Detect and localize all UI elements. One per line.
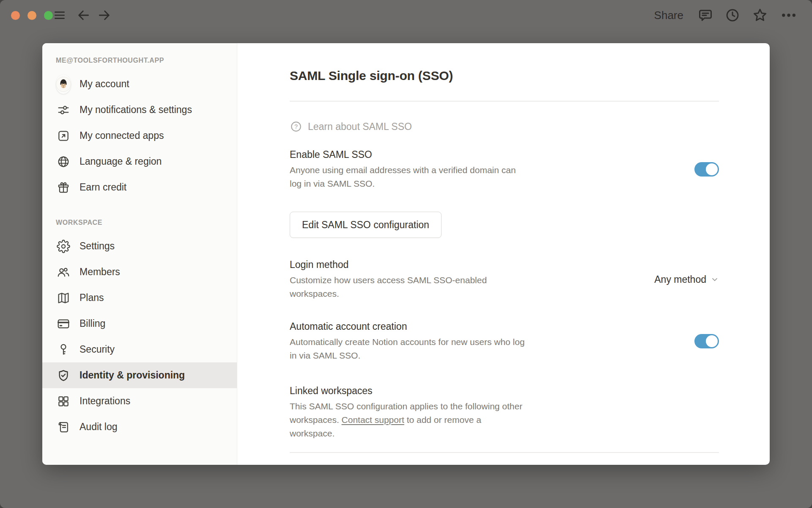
- sidebar-item-integrations[interactable]: Integrations: [42, 388, 237, 414]
- gift-icon: [56, 180, 71, 195]
- sidebar-item-security[interactable]: Security: [42, 337, 237, 362]
- account-section-header: ME@TOOLSFORTHOUGHT.APP: [42, 57, 237, 64]
- sidebar-item-settings[interactable]: Settings: [42, 233, 237, 259]
- sidebar-item-notifications[interactable]: My notifications & settings: [42, 97, 237, 123]
- toggle-knob: [706, 163, 718, 175]
- enable-saml-title: Enable SAML SSO: [290, 148, 527, 161]
- sidebar-item-label: My account: [80, 78, 129, 90]
- automatic-account-creation-section: Automatic account creation Automatically…: [290, 320, 719, 362]
- enable-saml-description: Anyone using email addresses with a veri…: [290, 163, 527, 190]
- favorite-star-icon[interactable]: [752, 7, 768, 23]
- arrow-out-box-icon: [56, 128, 71, 144]
- sidebar-item-label: My notifications & settings: [80, 104, 192, 116]
- divider: [290, 101, 719, 102]
- login-method-title: Login method: [290, 258, 501, 271]
- login-method-dropdown[interactable]: Any method: [654, 274, 719, 285]
- back-arrow-icon[interactable]: [77, 8, 91, 22]
- sidebar-item-label: Settings: [80, 240, 115, 252]
- share-button[interactable]: Share: [652, 8, 686, 22]
- sidebar-item-audit-log[interactable]: Audit log: [42, 414, 237, 440]
- sidebar-item-label: My connected apps: [80, 130, 164, 141]
- sidebar-item-billing[interactable]: Billing: [42, 311, 237, 337]
- sidebar-item-members[interactable]: Members: [42, 259, 237, 285]
- zoom-window-button[interactable]: [44, 11, 53, 20]
- question-circle-icon: ?: [290, 120, 302, 133]
- linked-workspaces-description: This SAML SSO configuration applies to t…: [290, 400, 527, 440]
- credit-card-icon: [56, 316, 71, 331]
- gear-icon: [56, 239, 71, 254]
- members-icon: [56, 265, 71, 280]
- forward-arrow-icon[interactable]: [97, 8, 111, 22]
- sidebar-item-label: Plans: [80, 292, 104, 304]
- hamburger-menu-icon[interactable]: [53, 8, 66, 22]
- sidebar-item-label: Billing: [80, 318, 105, 329]
- avatar: [56, 77, 71, 92]
- enable-saml-section: Enable SAML SSO Anyone using email addre…: [290, 148, 719, 190]
- learn-about-saml-link[interactable]: ? Learn about SAML SSO: [290, 120, 719, 133]
- sidebar-item-identity-provisioning[interactable]: Identity & provisioning: [42, 362, 237, 388]
- window-titlebar: Share: [0, 0, 812, 30]
- learn-link-label: Learn about SAML SSO: [308, 121, 412, 133]
- sidebar-item-label: Language & region: [80, 156, 162, 167]
- sidebar-item-plans[interactable]: Plans: [42, 285, 237, 311]
- sidebar-item-label: Security: [80, 344, 115, 355]
- sliders-icon: [56, 102, 71, 118]
- auto-account-title: Automatic account creation: [290, 320, 527, 333]
- auto-account-toggle[interactable]: [694, 334, 719, 348]
- auto-account-description: Automatically create Notion accounts for…: [290, 335, 527, 362]
- login-method-value: Any method: [654, 274, 706, 285]
- key-icon: [56, 342, 71, 357]
- globe-icon: [56, 154, 71, 169]
- edit-saml-configuration-button[interactable]: Edit SAML SSO configuration: [290, 212, 442, 238]
- sidebar-item-label: Integrations: [80, 395, 130, 407]
- svg-text:?: ?: [294, 123, 298, 130]
- chevron-down-icon: [710, 275, 719, 284]
- sidebar-item-earn-credit[interactable]: Earn credit: [42, 174, 237, 200]
- linked-workspaces-section: Linked workspaces This SAML SSO configur…: [290, 384, 719, 440]
- sidebar-item-language-region[interactable]: Language & region: [42, 149, 237, 174]
- sidebar-item-label: Earn credit: [80, 182, 126, 193]
- map-icon: [56, 290, 71, 306]
- login-method-section: Login method Customize how users access …: [290, 258, 719, 301]
- more-options-ellipsis-icon[interactable]: [780, 6, 798, 24]
- page-title: SAML Single sign-on (SSO): [290, 67, 719, 85]
- scroll-icon: [56, 420, 71, 435]
- comments-icon[interactable]: [698, 8, 713, 23]
- settings-sidebar: ME@TOOLSFORTHOUGHT.APP: [42, 43, 237, 465]
- history-clock-icon[interactable]: [725, 8, 740, 23]
- grid-icon: [56, 394, 71, 409]
- sidebar-item-label: Members: [80, 266, 120, 278]
- contact-support-link[interactable]: Contact support: [342, 415, 404, 425]
- sidebar-item-my-account[interactable]: My account: [42, 71, 237, 97]
- sidebar-item-connected-apps[interactable]: My connected apps: [42, 123, 237, 149]
- toggle-knob: [706, 335, 718, 347]
- settings-modal: ME@TOOLSFORTHOUGHT.APP: [42, 43, 770, 465]
- login-method-description: Customize how users access SAML SSO-enab…: [290, 273, 501, 301]
- close-window-button[interactable]: [11, 11, 20, 20]
- traffic-lights: [0, 11, 53, 20]
- workspace-section-header: WORKSPACE: [42, 219, 237, 226]
- sidebar-item-label: Audit log: [80, 421, 118, 433]
- shield-check-icon: [56, 368, 71, 383]
- linked-workspaces-title: Linked workspaces: [290, 384, 527, 397]
- app-window: Share ME@TOOLSFORTHOUGHT.APP: [0, 0, 812, 508]
- enable-saml-toggle[interactable]: [694, 162, 719, 177]
- divider: [290, 452, 719, 453]
- sidebar-item-label: Identity & provisioning: [80, 370, 185, 381]
- settings-content: SAML Single sign-on (SSO) ? Learn about …: [237, 43, 770, 465]
- minimize-window-button[interactable]: [27, 11, 36, 20]
